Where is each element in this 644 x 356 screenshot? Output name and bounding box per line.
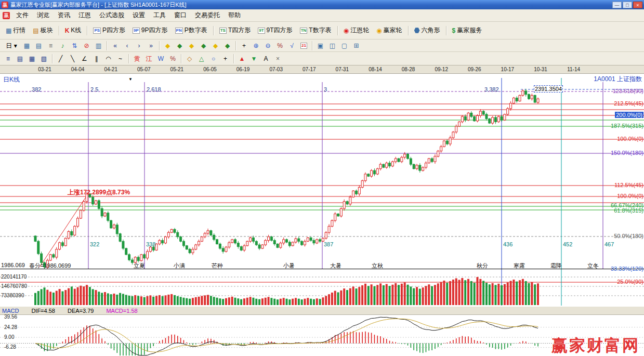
arc-tool-button[interactable]: ◠	[102, 53, 114, 64]
indicator-name[interactable]: MACD	[2, 308, 19, 314]
maximize-button[interactable]: □	[623, 2, 632, 8]
gann-line-tool-button[interactable]: 江	[143, 53, 155, 64]
sound-alert-button[interactable]: ♪	[57, 40, 69, 51]
menu-help[interactable]: 帮助	[224, 10, 245, 20]
last-bar-button[interactable]: »	[145, 40, 157, 51]
sectors-button[interactable]: ▤板块	[29, 24, 56, 37]
date-tick-07-31: 07-31	[336, 67, 349, 72]
menu-tools[interactable]: 工具	[149, 10, 170, 20]
w-pattern-tool-button[interactable]: W	[155, 53, 167, 64]
hline-stack-tool-button[interactable]: ≡	[2, 53, 14, 64]
grid-lines-tool-button[interactable]: ▤	[14, 53, 26, 64]
updown-sort-button[interactable]: ⇅	[69, 40, 81, 51]
menu-browse[interactable]: 浏览	[33, 10, 54, 20]
volume-chart[interactable]	[0, 270, 644, 307]
percent-line-tool-button[interactable]: %	[167, 53, 179, 64]
buy-signal-tool-button[interactable]: ▲	[236, 53, 248, 64]
menu-settings[interactable]: 设置	[128, 10, 149, 20]
menu-formula-stock-pick[interactable]: 公式选股	[95, 10, 128, 20]
app-menu-icon[interactable]: 赢	[3, 12, 10, 19]
menu-window[interactable]: 窗口	[170, 10, 191, 20]
crosshair-button[interactable]: +	[238, 40, 250, 51]
text-label-tool-button[interactable]: A	[260, 53, 272, 64]
period-day-button[interactable]: 日 ▾	[2, 40, 21, 51]
price-chart-pane[interactable]	[0, 74, 644, 270]
diagonal-grid-tool-button[interactable]: ▧	[38, 53, 50, 64]
9t-square-button[interactable]: 9T9T四方形	[254, 24, 296, 37]
w-pattern-tool-icon: W	[158, 56, 164, 62]
zoom-in-button[interactable]: ⊕	[250, 40, 262, 51]
macd-chart[interactable]	[0, 315, 644, 356]
split-pane-button[interactable]: ◫	[326, 40, 338, 51]
t-number-table-button[interactable]: TNT数字表	[296, 24, 335, 37]
zoom-out-button[interactable]: ⊖	[262, 40, 274, 51]
blank-pane-button[interactable]: ▢	[338, 40, 350, 51]
gann-grid-tool-button[interactable]: ▦	[26, 53, 38, 64]
diamond-marker-3-button[interactable]: ◆	[186, 40, 198, 51]
sell-signal-tool-icon: ▼	[251, 56, 257, 62]
kline-button[interactable]: KK线	[61, 24, 85, 37]
no-trade-button[interactable]: ⊘	[81, 40, 93, 51]
diamond-marker-6-button[interactable]: ◆	[221, 40, 233, 51]
rhombus-tool-button[interactable]: ◇	[183, 53, 195, 64]
channel-tool-button[interactable]: ∥	[90, 53, 102, 64]
menu-news[interactable]: 资讯	[54, 10, 74, 20]
calendar-21-button[interactable]: 21	[298, 40, 310, 51]
diamond-marker-6-icon: ◆	[225, 43, 230, 49]
hexagon-button[interactable]: 六角形	[411, 24, 444, 37]
close-button[interactable]: ×	[633, 2, 642, 8]
next-bar-button[interactable]: ›	[133, 40, 145, 51]
single-pane-button[interactable]: ▣	[314, 40, 326, 51]
winner-service-button[interactable]: $赢家服务	[449, 24, 486, 37]
9p-square-button[interactable]: 9P9P四方形	[129, 24, 171, 37]
gann-angle-tool-button[interactable]: ∠	[78, 53, 90, 64]
gann-wheel-button[interactable]: ◉江恩轮	[340, 24, 373, 37]
window-title: 赢家江恩专业版[赢家内部服务平台] - [上证指数 SH1A0001-167日K…	[10, 1, 187, 9]
board-view-button[interactable]: ▦	[21, 40, 33, 51]
diamond-marker-4-button[interactable]: ◆	[198, 40, 209, 51]
indicator-formula-button[interactable]: √	[286, 40, 298, 51]
candlestick-chart[interactable]	[0, 74, 644, 270]
winner-wheel-button[interactable]: ◉赢家轮	[373, 24, 405, 37]
menu-trade-order[interactable]: 交易委托	[191, 10, 224, 20]
p-number-table-button[interactable]: PNP数字表	[172, 24, 211, 37]
sell-signal-tool-button[interactable]: ▼	[248, 53, 260, 64]
date-tick-10-17: 10-17	[501, 67, 515, 72]
golden-section-tool-button[interactable]: 黄	[131, 53, 143, 64]
info-list-button[interactable]: ≡	[45, 40, 57, 51]
diamond-marker-5-button[interactable]: ◆	[209, 40, 221, 51]
percent-scale-button[interactable]: %	[274, 40, 286, 51]
channel-tool-icon: ∥	[95, 56, 98, 62]
toolbar-separator	[312, 41, 312, 50]
p-square-button[interactable]: PSP四方形	[89, 24, 129, 37]
updown-sort-icon: ⇅	[72, 43, 77, 49]
grid-pane-button[interactable]: ⊞	[350, 40, 362, 51]
winner-service-label: 赢家服务	[457, 26, 482, 35]
menu-gann[interactable]: 江恩	[74, 10, 95, 20]
date-axis: 03-2104-0404-2105-0705-2106-0506-1907-03…	[0, 65, 644, 74]
panel-switch-button[interactable]: ▥	[93, 40, 104, 51]
quote-list-button[interactable]: ▤	[33, 40, 45, 51]
wave-tool-button[interactable]: ~	[114, 53, 126, 64]
trend-line-tool-button[interactable]: ╱	[55, 53, 67, 64]
date-tick-07-17: 07-17	[303, 67, 316, 72]
trend-line-tool-icon: ╱	[59, 56, 62, 62]
cross-line-tool-button[interactable]: +	[219, 53, 231, 64]
diamond-marker-2-button[interactable]: ◆	[174, 40, 186, 51]
triangle-tool-button[interactable]: △	[195, 53, 207, 64]
panel-switch-icon: ▥	[96, 43, 101, 49]
zoom-out-icon: ⊖	[265, 43, 270, 49]
macd-pane[interactable]	[0, 315, 644, 356]
down-line-tool-button[interactable]: ╲	[67, 53, 78, 64]
volume-pane[interactable]	[0, 270, 644, 307]
quote-list-icon: ▤	[36, 43, 42, 49]
prev-bar-button[interactable]: ‹	[121, 40, 133, 51]
menu-file[interactable]: 文件	[12, 10, 33, 20]
t-square-button[interactable]: TST四方形	[216, 24, 255, 37]
erase-tool-button[interactable]: ×	[272, 53, 284, 64]
diamond-marker-1-button[interactable]: ◆	[162, 40, 174, 51]
circle-tool-button[interactable]: ○	[207, 53, 219, 64]
market-quotes-button[interactable]: ▦行情	[2, 24, 29, 37]
first-bar-button[interactable]: «	[109, 40, 121, 51]
minimize-button[interactable]: —	[612, 2, 622, 8]
